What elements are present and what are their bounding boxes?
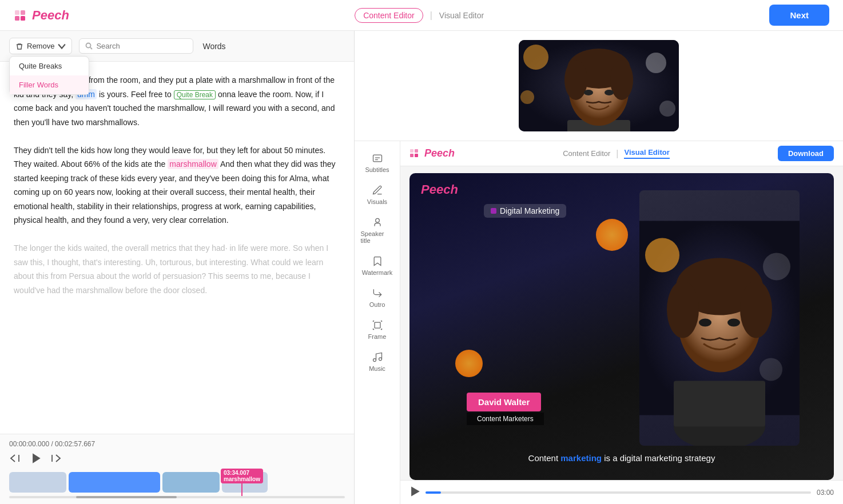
video-controls: 03:00: [400, 480, 843, 504]
ve-logo-text: Peech: [424, 147, 455, 159]
person-svg: [519, 40, 679, 131]
sidebar-item-music[interactable]: Music: [357, 347, 397, 377]
svg-point-27: [373, 359, 376, 362]
toolbar: Remove Quite Breaks Filler Words Words: [0, 31, 354, 62]
nav-center: Content Editor | Visual Editor: [355, 8, 484, 23]
canvas-play-button[interactable]: [409, 486, 420, 498]
sidebar-item-outro[interactable]: Outro: [357, 283, 397, 313]
main-content: Remove Quite Breaks Filler Words Words: [0, 31, 843, 504]
person-preview-image: [519, 40, 679, 131]
video-canvas: Peech Digital Marketing: [409, 173, 834, 480]
frame-label: Frame: [368, 333, 387, 340]
remove-label: Remove: [27, 42, 54, 50]
bubble-orange-left: [455, 350, 483, 377]
search-input[interactable]: [96, 42, 182, 50]
svg-point-35: [763, 253, 790, 281]
scrollbar-thumb: [76, 496, 177, 498]
svg-point-12: [659, 101, 675, 117]
timeline-marker: 03:34.007 marshmallow: [221, 469, 263, 496]
svg-rect-32: [415, 154, 418, 157]
forward-button[interactable]: [50, 453, 62, 464]
sidebar-item-frame[interactable]: Frame: [357, 315, 397, 345]
search-box: [79, 38, 193, 54]
words-label: Words: [202, 42, 225, 51]
ve-tab-content-editor[interactable]: Content Editor: [563, 149, 610, 158]
remove-dropdown: Quite Breaks Filler Words: [9, 56, 89, 95]
tag-dot: [491, 208, 496, 214]
visuals-label: Visuals: [367, 198, 387, 205]
svg-line-5: [90, 47, 92, 49]
video-progress-bar[interactable]: [426, 491, 811, 494]
rewind-button[interactable]: [9, 453, 21, 464]
svg-rect-38: [674, 381, 765, 427]
remove-button[interactable]: Remove: [9, 38, 72, 54]
svg-point-28: [379, 358, 381, 361]
svg-point-34: [645, 238, 679, 273]
canvas-tag: Digital Marketing: [484, 204, 566, 218]
preview-top: [355, 31, 843, 141]
svg-rect-0: [15, 10, 19, 15]
nav-left: Peech: [14, 8, 69, 23]
trash-icon: [15, 42, 23, 50]
logo-icon: [14, 9, 26, 22]
svg-rect-29: [410, 149, 413, 153]
dropdown-item-filler-words[interactable]: Filler Words: [10, 75, 89, 94]
svg-marker-45: [412, 487, 419, 495]
left-panel: Remove Quite Breaks Filler Words Words: [0, 31, 355, 504]
download-button[interactable]: Download: [778, 146, 834, 161]
outro-icon: [372, 287, 383, 299]
tab-visual-editor[interactable]: Visual Editor: [439, 11, 484, 20]
track-segment-2: [69, 472, 160, 493]
svg-rect-31: [410, 154, 413, 157]
timeline-scrollbar[interactable]: [9, 496, 345, 498]
svg-point-10: [523, 45, 548, 70]
ve-nav: Peech Content Editor | Visual Editor Dow…: [400, 141, 843, 166]
paragraph-faded: The longer the kids waited, the overall …: [14, 241, 340, 297]
svg-rect-22: [373, 155, 381, 162]
speaker-label: Speaker title: [361, 230, 394, 244]
timeline-controls: [9, 453, 345, 464]
search-icon: [85, 42, 93, 50]
svg-point-42: [740, 281, 772, 338]
next-button[interactable]: Next: [769, 5, 829, 26]
ve-nav-left: Peech: [409, 147, 455, 159]
visuals-icon: [372, 185, 383, 196]
canvas-person: [639, 190, 800, 446]
canvas-role-badge: Content Marketers: [467, 413, 544, 425]
svg-rect-30: [415, 149, 418, 153]
editor-text: s and all distractions from the room, an…: [0, 62, 354, 434]
watermark-label: Watermark: [362, 269, 392, 276]
sidebar-icons: Subtitles Visuals Speaker title: [355, 141, 400, 504]
video-progress-fill: [426, 491, 441, 494]
top-nav: Peech Content Editor | Visual Editor Nex…: [0, 0, 843, 31]
outro-label: Outro: [369, 301, 385, 308]
svg-rect-2: [15, 16, 19, 21]
svg-point-19: [610, 60, 633, 100]
marker-line: [241, 483, 242, 496]
svg-rect-1: [21, 10, 25, 15]
svg-point-21: [605, 90, 614, 95]
sidebar-item-speaker-title[interactable]: Speaker title: [357, 212, 397, 249]
bubble-orange-top: [596, 219, 628, 251]
video-time-label: 03:00: [817, 489, 834, 497]
svg-point-20: [584, 90, 593, 95]
tab-content-editor[interactable]: Content Editor: [355, 8, 423, 23]
track-segment-3: [162, 472, 220, 493]
svg-marker-7: [33, 454, 39, 462]
ve-tab-visual-editor[interactable]: Visual Editor: [624, 148, 669, 159]
sidebar-item-visuals[interactable]: Visuals: [357, 180, 397, 210]
sidebar-item-subtitles[interactable]: Subtitles: [357, 148, 397, 178]
timeline: 00:00:00.000 / 00:02:57.667: [0, 434, 354, 504]
play-button[interactable]: [30, 453, 41, 464]
paragraph-2: They didn't tell the kids how long they …: [14, 143, 340, 227]
svg-rect-3: [21, 16, 25, 21]
sidebar-item-watermark[interactable]: Watermark: [357, 251, 397, 281]
subtitle-highlight: marketing: [560, 453, 602, 463]
visual-editor: Subtitles Visuals Speaker title: [355, 141, 843, 504]
marker-label: 03:34.007 marshmallow: [221, 469, 263, 483]
frame-icon: [372, 319, 383, 331]
dropdown-item-quite-breaks[interactable]: Quite Breaks: [10, 57, 89, 75]
chevron-down-icon: [58, 42, 66, 50]
nav-divider: |: [430, 10, 432, 21]
svg-point-25: [375, 218, 379, 222]
